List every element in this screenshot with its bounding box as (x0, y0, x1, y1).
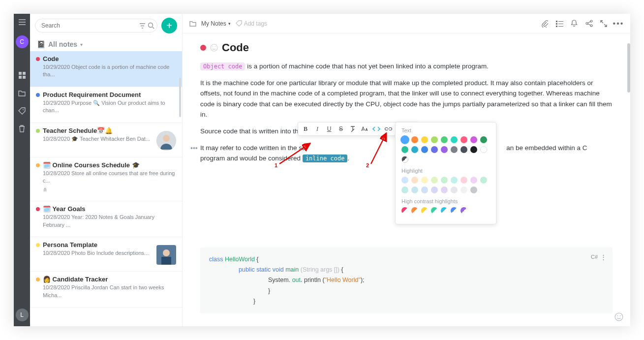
color-swatch[interactable] (411, 186, 418, 193)
attachment-icon[interactable] (540, 19, 550, 29)
hc-swatch[interactable] (441, 207, 448, 214)
code-block[interactable]: C# ⋮ class HelloWorld { public static vo… (200, 247, 613, 313)
hc-swatch[interactable] (411, 207, 418, 214)
trash-icon[interactable] (18, 124, 27, 133)
hc-swatch[interactable] (421, 207, 428, 214)
color-swatch[interactable] (451, 146, 458, 153)
color-swatch[interactable] (421, 136, 428, 143)
svg-point-25 (620, 315, 621, 316)
breadcrumb[interactable]: My Notes▾ (201, 20, 231, 27)
color-swatch[interactable] (401, 177, 408, 184)
note-card[interactable]: Persona Template10/28/2020 Photo Bio Inc… (30, 237, 182, 272)
color-swatch[interactable] (431, 136, 438, 143)
note-card[interactable]: 🗓️ Online Courses Schedule 🎓10/28/2020 S… (30, 157, 182, 202)
color-swatch[interactable] (431, 146, 438, 153)
color-swatch[interactable] (480, 177, 487, 184)
note-meta: 10/28/2020 Priscilla Jordan Can start in… (43, 284, 175, 299)
color-swatch[interactable] (460, 177, 467, 184)
hc-swatch[interactable] (431, 207, 438, 214)
paragraph[interactable]: Object code is a portion of machine code… (200, 61, 613, 72)
note-card[interactable]: Teacher Schedule📅🔔10/28/2020 🎓 Teacher W… (30, 123, 182, 157)
color-swatch[interactable] (460, 146, 467, 153)
color-swatch[interactable] (441, 146, 448, 153)
strikethrough-button[interactable]: S (336, 124, 346, 134)
filter-icon[interactable] (139, 23, 146, 29)
hc-swatch[interactable] (451, 207, 458, 214)
color-swatch[interactable] (421, 146, 428, 153)
bottom-avatar[interactable]: L (16, 309, 29, 321)
color-swatch[interactable] (480, 146, 487, 153)
codeblock-lang[interactable]: C# (591, 252, 598, 262)
bold-button[interactable]: B (300, 124, 311, 134)
color-swatch[interactable] (441, 136, 448, 143)
svg-point-19 (590, 25, 592, 27)
color-swatch[interactable] (421, 177, 428, 184)
color-swatch[interactable] (431, 177, 438, 184)
color-swatch[interactable] (451, 136, 458, 143)
menu-icon[interactable] (18, 18, 27, 27)
clear-format-button[interactable] (347, 124, 358, 134)
underline-button[interactable]: U (324, 124, 335, 134)
color-swatch[interactable] (480, 136, 487, 143)
scrollbar[interactable] (179, 78, 181, 117)
color-swatch[interactable] (401, 146, 408, 153)
svg-rect-12 (558, 21, 563, 22)
hc-swatch[interactable] (460, 207, 467, 214)
color-swatch[interactable] (451, 177, 458, 184)
color-swatch[interactable] (401, 186, 408, 193)
svg-point-9 (163, 249, 170, 256)
paragraph[interactable]: It is the machine code for one particula… (200, 78, 613, 120)
color-swatch[interactable] (401, 156, 408, 163)
color-swatch[interactable] (431, 186, 438, 193)
color-swatch[interactable] (411, 177, 418, 184)
note-title[interactable]: Code (222, 41, 249, 54)
search-icon[interactable] (148, 22, 154, 29)
dashboard-icon[interactable] (18, 71, 27, 80)
list-header[interactable]: 📓 All notes ▾ (30, 37, 182, 51)
folder-icon[interactable] (18, 89, 27, 97)
note-meta: 10/28/2020 Photo Bio Include description… (43, 249, 175, 257)
color-swatch[interactable] (451, 186, 458, 193)
hc-swatch[interactable] (401, 207, 408, 214)
color-swatch[interactable] (401, 136, 408, 143)
italic-button[interactable]: I (312, 124, 323, 134)
note-card[interactable]: Code10/29/2020 Object code is a portion … (30, 51, 182, 87)
color-swatch[interactable] (441, 186, 448, 193)
editor-toolbar: My Notes▾ Add tags ••• (183, 14, 630, 33)
editor-scrollbar[interactable] (627, 43, 630, 93)
avatar[interactable]: C (16, 35, 29, 48)
search-input[interactable] (35, 19, 157, 32)
color-swatch[interactable] (411, 136, 418, 143)
emoji-button[interactable] (614, 312, 623, 321)
tag-icon[interactable] (18, 106, 27, 115)
block-menu-icon[interactable]: ••• (190, 143, 198, 154)
chevron-down-icon[interactable]: ▾ (80, 42, 83, 47)
note-card[interactable]: Product Requirement Document10/29/2020 P… (30, 87, 182, 123)
color-swatch[interactable] (460, 186, 467, 193)
toc-icon[interactable] (554, 19, 564, 29)
share-icon[interactable] (584, 19, 594, 29)
color-swatch[interactable] (470, 146, 477, 153)
more-icon[interactable]: ••• (613, 19, 623, 29)
editor-body[interactable]: Code Object code is a portion of machine… (183, 33, 630, 326)
add-tags-button[interactable]: Add tags (236, 20, 267, 27)
shared-icon: ⋔ (43, 186, 175, 193)
color-swatch[interactable] (411, 146, 418, 153)
color-swatch[interactable] (460, 136, 467, 143)
svg-rect-10 (161, 257, 171, 265)
note-card[interactable]: 🗓️ Year Goals10/28/2020 Year: 2020 Notes… (30, 201, 182, 237)
color-swatch[interactable] (470, 186, 477, 193)
bell-icon[interactable] (569, 19, 579, 29)
emoji-picker-icon[interactable] (210, 44, 218, 52)
expand-icon[interactable] (599, 19, 609, 29)
svg-rect-0 (19, 72, 22, 75)
color-swatch[interactable] (470, 177, 477, 184)
add-note-button[interactable]: + (161, 18, 177, 33)
codeblock-menu-icon[interactable]: ⋮ (600, 252, 607, 263)
note-meta: 10/28/2020 🎓 Teacher Whitacker Ben Dat..… (43, 135, 175, 143)
note-card[interactable]: 👩 Candidate Tracker10/28/2020 Priscilla … (30, 272, 182, 308)
color-swatch[interactable] (470, 136, 477, 143)
annotation-arrow-1: 1 (277, 142, 316, 166)
color-swatch[interactable] (421, 186, 428, 193)
color-swatch[interactable] (441, 177, 448, 184)
